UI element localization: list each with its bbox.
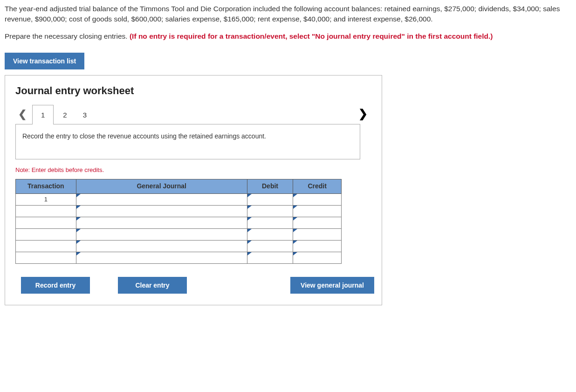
cell-debit[interactable] — [247, 252, 293, 263]
cell-transaction[interactable] — [16, 252, 76, 263]
table-row — [16, 240, 342, 252]
cell-debit[interactable] — [247, 228, 293, 240]
instruction-box: Record the entry to close the revenue ac… — [15, 124, 360, 159]
header-debit: Debit — [247, 179, 293, 194]
table-row: 1 — [16, 193, 342, 205]
cell-general-journal[interactable] — [76, 205, 247, 217]
prepare-text: Prepare the necessary closing entries. — [5, 32, 130, 40]
tab-row: ❮ 1 2 3 ❯ — [15, 103, 371, 124]
instruction-emphasis: (If no entry is required for a transacti… — [130, 32, 493, 40]
chevron-right-icon[interactable]: ❯ — [356, 103, 371, 124]
header-credit: Credit — [293, 179, 342, 194]
header-transaction: Transaction — [16, 179, 76, 194]
cell-credit[interactable] — [293, 217, 342, 228]
header-general-journal: General Journal — [76, 179, 247, 194]
debits-before-credits-note: Note: Enter debits before credits. — [15, 166, 371, 174]
cell-debit[interactable] — [247, 217, 293, 228]
cell-general-journal[interactable] — [76, 193, 247, 205]
table-row — [16, 228, 342, 240]
action-row: Record entry Clear entry View general jo… — [15, 277, 374, 294]
chevron-left-icon[interactable]: ❮ — [15, 104, 29, 124]
cell-transaction[interactable]: 1 — [16, 193, 76, 205]
cell-credit[interactable] — [293, 193, 342, 205]
journal-table: Transaction General Journal Debit Credit… — [15, 179, 342, 264]
cell-credit[interactable] — [293, 205, 342, 217]
cell-debit[interactable] — [247, 193, 293, 205]
cell-transaction[interactable] — [16, 228, 76, 240]
record-entry-button[interactable]: Record entry — [21, 277, 90, 294]
table-row — [16, 217, 342, 228]
journal-worksheet-panel: Journal entry worksheet ❮ 1 2 3 ❯ Record… — [5, 75, 382, 305]
cell-credit[interactable] — [293, 240, 342, 252]
clear-entry-button[interactable]: Clear entry — [118, 277, 187, 294]
table-row — [16, 205, 342, 217]
tab-2[interactable]: 2 — [56, 105, 73, 124]
view-general-journal-button[interactable]: View general journal — [290, 277, 374, 294]
cell-general-journal[interactable] — [76, 240, 247, 252]
problem-paragraph-2: Prepare the necessary closing entries. (… — [5, 31, 571, 41]
cell-transaction[interactable] — [16, 240, 76, 252]
view-transaction-list-button[interactable]: View transaction list — [5, 53, 84, 69]
worksheet-title: Journal entry worksheet — [15, 84, 371, 98]
cell-credit[interactable] — [293, 228, 342, 240]
problem-paragraph-1: The year-end adjusted trial balance of t… — [5, 4, 571, 24]
cell-general-journal[interactable] — [76, 217, 247, 228]
cell-general-journal[interactable] — [76, 228, 247, 240]
cell-transaction[interactable] — [16, 205, 76, 217]
cell-credit[interactable] — [293, 252, 342, 263]
cell-debit[interactable] — [247, 240, 293, 252]
cell-debit[interactable] — [247, 205, 293, 217]
cell-transaction[interactable] — [16, 217, 76, 228]
tab-1[interactable]: 1 — [32, 105, 54, 124]
table-row — [16, 252, 342, 263]
tab-3[interactable]: 3 — [76, 105, 93, 124]
cell-general-journal[interactable] — [76, 252, 247, 263]
